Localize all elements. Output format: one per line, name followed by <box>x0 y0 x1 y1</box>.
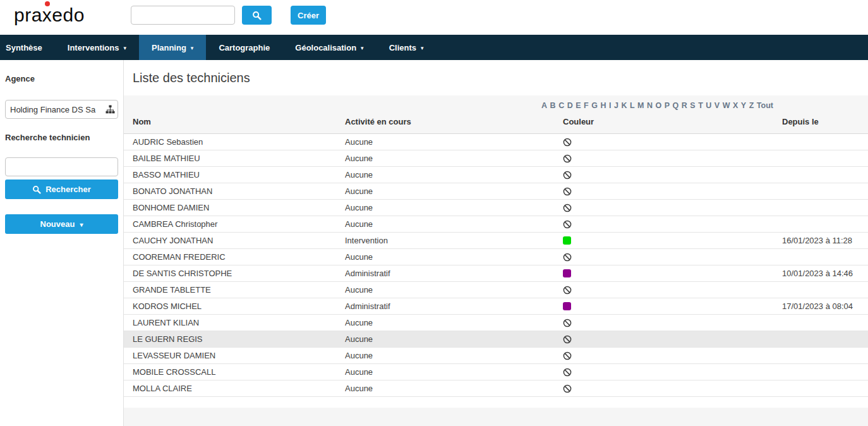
agence-select[interactable]: Holding Finance DS Sa <box>5 100 118 119</box>
nav-item-planning[interactable]: Planning▾ <box>139 35 206 60</box>
table-row[interactable]: LEVASSEUR DAMIENAucune <box>124 348 868 364</box>
nouveau-button[interactable]: Nouveau ▾ <box>5 214 118 234</box>
table-row[interactable]: DE SANTIS CHRISTOPHEAdministratif10/01/2… <box>124 265 868 282</box>
alphabet-filter-x[interactable]: X <box>733 101 738 110</box>
technician-name: LE GUERN REGIS <box>133 331 345 348</box>
global-search-button[interactable] <box>242 6 272 25</box>
alphabet-filter-k[interactable]: K <box>621 101 627 110</box>
current-activity: Aucune <box>345 380 563 397</box>
technician-table-body: AUDRIC SebastienAucuneBAILBE MATHIEUAucu… <box>124 134 868 397</box>
technician-search-input[interactable] <box>5 157 118 176</box>
couleur-cell <box>563 138 782 147</box>
alphabet-filter-a[interactable]: A <box>541 101 547 110</box>
alphabet-filter-o[interactable]: O <box>656 101 662 110</box>
table-row[interactable]: MOBILE CROSSCALLAucune <box>124 364 868 380</box>
couleur-cell <box>563 302 782 310</box>
table-row[interactable]: COOREMAN FREDERICAucune <box>124 249 868 265</box>
sitemap-icon <box>105 105 115 114</box>
alphabet-filter-n[interactable]: N <box>647 101 653 110</box>
technician-name: CAMBREA Christopher <box>133 216 345 233</box>
alphabet-filter-p[interactable]: P <box>665 101 670 110</box>
ban-icon <box>563 351 572 360</box>
couleur-cell <box>563 286 782 295</box>
current-activity: Aucune <box>345 200 563 216</box>
rechercher-button-label: Rechercher <box>45 185 91 194</box>
table-row[interactable]: LAURENT KILIANAucune <box>124 315 868 331</box>
alphabet-filter-s[interactable]: S <box>690 101 695 110</box>
column-header-depuis-le: Depuis le <box>782 117 868 126</box>
alphabet-filter-t[interactable]: T <box>698 101 703 110</box>
technician-name: AUDRIC Sebastien <box>133 134 345 150</box>
table-row[interactable]: BONATO JONATHANAucune <box>124 183 868 200</box>
current-activity: Aucune <box>345 364 563 380</box>
table-row[interactable]: KODROS MICHELAdministratif17/01/2023 à 0… <box>124 298 868 315</box>
create-button[interactable]: Créer <box>291 6 326 25</box>
couleur-cell <box>563 204 782 212</box>
alphabet-filter-l[interactable]: L <box>630 101 635 110</box>
praxedo-logo[interactable]: praxedo <box>14 4 85 26</box>
alphabet-filter-q[interactable]: Q <box>673 101 679 110</box>
nav-item-clients[interactable]: Clients▾ <box>377 35 437 60</box>
nav-item-interventions[interactable]: Interventions▾ <box>55 35 139 60</box>
technician-name: LEVASSEUR DAMIEN <box>133 348 345 364</box>
alphabet-filter-h[interactable]: H <box>600 101 606 110</box>
table-row[interactable]: LE GUERN REGISAucune <box>124 331 868 348</box>
ban-icon <box>563 220 572 229</box>
alphabet-filter-m[interactable]: M <box>637 101 644 110</box>
page-title: Liste des techniciens <box>133 71 868 85</box>
ban-icon <box>563 384 572 393</box>
couleur-cell <box>563 220 782 229</box>
table-row[interactable]: CAUCHY JONATHANIntervention16/01/2023 à … <box>124 233 868 249</box>
alphabet-filter-c[interactable]: C <box>558 101 564 110</box>
table-row[interactable]: GRANDE TABLETTEAucune <box>124 282 868 298</box>
alphabet-filter-f[interactable]: F <box>584 101 589 110</box>
alphabet-filter-tout[interactable]: Tout <box>757 101 773 110</box>
current-activity: Aucune <box>345 249 563 265</box>
global-search-input[interactable] <box>131 6 235 25</box>
technician-name: KODROS MICHEL <box>133 298 345 315</box>
alphabet-filter-g[interactable]: G <box>591 101 598 110</box>
alphabet-filter-i[interactable]: I <box>609 101 611 110</box>
technician-name: BONHOME DAMIEN <box>133 200 345 216</box>
alphabet-filter-r[interactable]: R <box>682 101 687 110</box>
since-date: 16/01/2023 à 11:28 <box>782 233 868 249</box>
agence-select-value: Holding Finance DS Sa <box>10 105 105 114</box>
ban-icon <box>563 171 572 180</box>
current-activity: Aucune <box>345 134 563 150</box>
table-row[interactable]: BAILBE MATHIEUAucune <box>124 150 868 167</box>
ban-icon <box>563 138 572 147</box>
nav-item-cartographie[interactable]: Cartographie <box>206 35 282 60</box>
ban-icon <box>563 286 572 295</box>
column-header-couleur: Couleur <box>563 117 782 126</box>
ban-icon <box>563 368 572 377</box>
table-row[interactable]: BASSO MATHIEUAucune <box>124 167 868 183</box>
table-row[interactable]: AUDRIC SebastienAucune <box>124 134 868 150</box>
activity-color-square <box>563 236 571 245</box>
table-footer-strip <box>124 408 868 426</box>
sidebar: Agence Holding Finance DS Sa Recherche t… <box>0 60 124 426</box>
ban-icon <box>563 335 572 344</box>
column-header-nom: Nom <box>133 117 345 126</box>
alphabet-filter-y[interactable]: Y <box>741 101 746 110</box>
rechercher-button[interactable]: Rechercher <box>5 180 118 199</box>
alphabet-filter-w[interactable]: W <box>723 101 730 110</box>
table-row[interactable]: CAMBREA ChristopherAucune <box>124 216 868 233</box>
alphabet-filter-z[interactable]: Z <box>749 101 754 110</box>
logo-x-with-red-dot: x <box>42 4 52 26</box>
nav-item-label: Géolocalisation <box>295 43 356 52</box>
search-icon <box>252 11 262 20</box>
nav-item-geolocalisation[interactable]: Géolocalisation▾ <box>282 35 376 60</box>
nav-item-label: Cartographie <box>219 43 270 52</box>
technician-name: MOBILE CROSSCALL <box>133 364 345 380</box>
alphabet-filter-e[interactable]: E <box>576 101 581 110</box>
alphabet-filter-b[interactable]: B <box>550 101 556 110</box>
alphabet-filter: ABCDEFGHIJKLMNOPQRSTUVWXYZTout <box>124 95 868 111</box>
column-header-activite-en-cours: Activité en cours <box>345 117 563 126</box>
nav-item-synthese[interactable]: Synthèse <box>0 35 55 60</box>
table-row[interactable]: BONHOME DAMIENAucune <box>124 200 868 216</box>
alphabet-filter-d[interactable]: D <box>567 101 573 110</box>
alphabet-filter-v[interactable]: V <box>714 101 720 110</box>
alphabet-filter-u[interactable]: U <box>706 101 711 110</box>
table-row[interactable]: MOLLA CLAIREAucune <box>124 380 868 397</box>
alphabet-filter-j[interactable]: J <box>614 101 618 110</box>
